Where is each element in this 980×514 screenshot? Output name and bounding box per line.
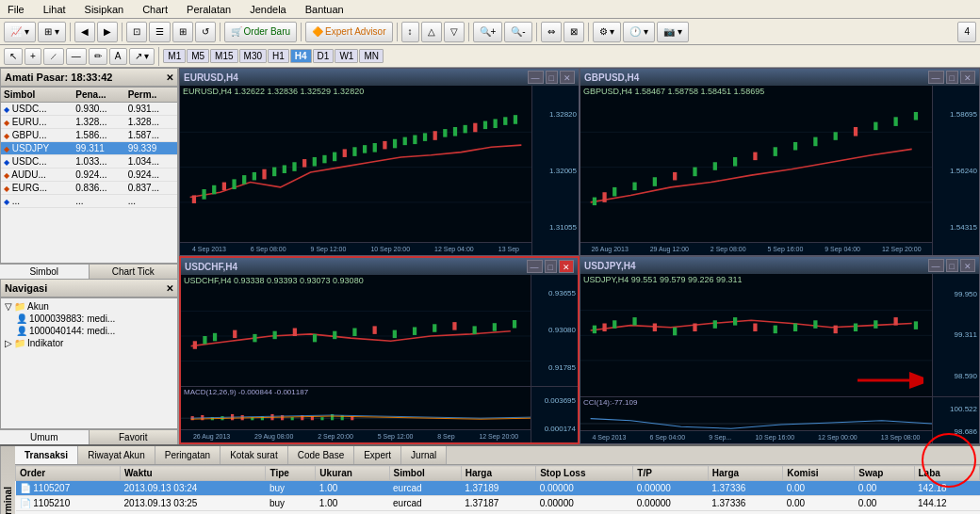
toolbar-number-button[interactable]: 4 (957, 22, 976, 42)
terminal-side-label[interactable]: Terminal (0, 446, 15, 514)
nav-indikator[interactable]: ▷ 📁 Indikator (3, 337, 175, 349)
chart-usdjpy[interactable]: USDJPY,H4 — □ ✕ USDJPY,H4 99.551 99.579 … (580, 256, 980, 444)
nav-akun-root[interactable]: ▽ 📁 Akun (3, 300, 175, 313)
tf-h1[interactable]: H1 (268, 49, 289, 63)
cursor-button[interactable]: ↖ (4, 48, 23, 65)
toolbar-chart-btn1[interactable]: ↕ (401, 22, 419, 42)
tf-w1[interactable]: W1 (335, 49, 358, 63)
expert-advisor-button[interactable]: 🔶 Expert Advisor (305, 22, 392, 42)
chart-gbpusd-close[interactable]: ✕ (960, 71, 975, 84)
tf-m30[interactable]: M30 (239, 49, 267, 63)
toolbar-icons-button[interactable]: ⊡ (126, 22, 147, 42)
tf-d1[interactable]: D1 (313, 49, 335, 63)
mw-row-7[interactable]: ◆ ... ... ... (1, 195, 177, 208)
hline-button[interactable]: — (66, 48, 87, 65)
chart-usdchf-close[interactable]: ✕ (559, 260, 574, 273)
svg-rect-7 (232, 179, 236, 189)
menu-sisipkan[interactable]: Sisipkan (81, 2, 128, 17)
chart-gbpusd-min[interactable]: — (928, 71, 944, 84)
menu-chart[interactable]: Chart (139, 2, 172, 17)
chart-usdchf-max[interactable]: □ (545, 260, 557, 273)
tf-m1[interactable]: M1 (163, 49, 186, 63)
chart-usdchf-min[interactable]: — (527, 260, 543, 273)
text-button[interactable]: A (109, 48, 127, 65)
tf-h4[interactable]: H4 (290, 49, 312, 63)
profiles-button[interactable]: ⊞ ▾ (38, 22, 66, 42)
terminal-row-0[interactable]: 📄 1105207 2013.09.13 03:24 buy 1.00 eurc… (16, 481, 980, 496)
toolbar-period-button[interactable]: ⊠ (564, 22, 584, 42)
menu-file[interactable]: File (4, 2, 28, 17)
zoom-out-button[interactable]: 🔍- (504, 22, 531, 42)
chart-usdjpy-max[interactable]: □ (946, 259, 958, 272)
nav-tab-favorit[interactable]: Favorit (90, 430, 179, 444)
term-tab-expert[interactable]: Expert (354, 446, 401, 464)
chart-usdchf-svg (181, 286, 531, 376)
chart-gbpusd-max[interactable]: □ (946, 71, 958, 84)
chart-eurusd-min[interactable]: — (528, 71, 544, 84)
toolbar-chart-btn2[interactable]: △ (421, 22, 442, 42)
tf-m5[interactable]: M5 (187, 49, 209, 63)
crosshair-button[interactable]: + (24, 48, 41, 65)
term-tab-riwayat[interactable]: Riwayat Akun (78, 446, 155, 464)
zoom-in-button[interactable]: 🔍+ (473, 22, 503, 42)
menu-peralatan[interactable]: Peralatan (183, 2, 235, 17)
term-tab-codebase[interactable]: Code Base (288, 446, 354, 464)
nav-account-2[interactable]: 👤 1000040144: medi... (14, 325, 175, 337)
toolbar-grid-button[interactable]: ⊞ (172, 22, 193, 42)
menu-lihat[interactable]: Lihat (40, 2, 70, 17)
term-tab-peringatan[interactable]: Peringatan (155, 446, 220, 464)
nav-tab-umum[interactable]: Umum (0, 430, 90, 444)
mw-row-1[interactable]: ◆ EURU... 1.328... 1.328... (1, 116, 177, 129)
arrow-button[interactable]: ↗ ▾ (129, 48, 155, 65)
mw-cell-bid-4: 1.033... (73, 155, 124, 169)
tf-m15[interactable]: M15 (210, 49, 237, 63)
menu-bantuan[interactable]: Bantuan (302, 2, 348, 17)
mw-row-6[interactable]: ◆ EURG... 0.836... 0.837... (1, 182, 177, 195)
term-tab-kotak[interactable]: Kotak surat (220, 446, 288, 464)
mw-row-4[interactable]: ◆ USDC... 1.033... 1.034... (1, 155, 177, 169)
mw-cell-bid-2: 1.586... (73, 129, 124, 142)
svg-rect-42 (632, 183, 636, 191)
back-button[interactable]: ◀ (74, 22, 95, 42)
tf-mn[interactable]: MN (359, 49, 384, 63)
market-watch-header: Amati Pasar: 18:33:42 ✕ (0, 68, 178, 87)
market-watch-close[interactable]: ✕ (166, 72, 173, 83)
svg-rect-31 (473, 123, 477, 133)
toolbar-settings-button[interactable]: ⚙ ▾ (593, 22, 622, 42)
toolbar-refresh-button[interactable]: ↺ (195, 22, 216, 42)
chart-eurusd-max[interactable]: □ (546, 71, 558, 84)
toolbar-list-button[interactable]: ☰ (149, 22, 171, 42)
chart-gbpusd[interactable]: GBPUSD,H4 — □ ✕ GBPUSD,H4 1.58467 1.5875… (580, 68, 980, 256)
drawing-button[interactable]: ✏ (89, 48, 107, 65)
toolbar-move-button[interactable]: ⇔ (541, 22, 562, 42)
chart-usdjpy-min[interactable]: — (928, 259, 944, 272)
nav-close[interactable]: ✕ (166, 283, 173, 294)
term-tab-jurnal[interactable]: Jurnal (401, 446, 447, 464)
chart-eurusd[interactable]: EURUSD,H4 — □ ✕ EURUSD,H4 1.32622 1.3283… (179, 68, 580, 256)
order-baru-button[interactable]: 🛒 Order Baru (224, 22, 297, 42)
term-tab-transaksi[interactable]: Transaksi (15, 446, 78, 464)
mw-row-3[interactable]: ◆ USDJPY 99.311 99.339 (1, 142, 177, 155)
toolbar-chart-btn3[interactable]: ▽ (444, 22, 465, 42)
chart-usdchf[interactable]: USDCHF,H4 — □ ✕ USDCHF,H4 0.93338 0.9339… (179, 256, 580, 444)
svg-rect-26 (423, 133, 427, 141)
terminal-row-1[interactable]: 📄 1105210 2013.09.13 03:25 buy 1.00 eurc… (16, 496, 980, 511)
mw-row-0[interactable]: ◆ USDC... 0.930... 0.931... (1, 103, 177, 116)
toolbar-sep-7 (536, 23, 537, 41)
chart-eurusd-close[interactable]: ✕ (560, 71, 575, 84)
chart-usdjpy-close[interactable]: ✕ (960, 259, 975, 272)
time-usdjpy-0: 4 Sep 2013 (593, 434, 627, 441)
forward-button[interactable]: ▶ (97, 22, 118, 42)
price-eurusd-1: 1.32820 (532, 110, 579, 119)
toolbar-clock-button[interactable]: 🕐 ▾ (623, 22, 655, 42)
mw-row-2[interactable]: ◆ GBPU... 1.586... 1.587... (1, 129, 177, 142)
menu-jendela[interactable]: Jendela (246, 2, 290, 17)
mw-tab-charttick[interactable]: Chart Tick (90, 265, 179, 279)
line-button[interactable]: ⟋ (43, 48, 64, 65)
new-chart-button[interactable]: 📈 ▾ (4, 22, 36, 42)
time-usdchf-4: 8 Sep (437, 433, 454, 440)
mw-tab-symbol[interactable]: Simbol (0, 265, 90, 279)
nav-account-1[interactable]: 👤 1000039883: medi... (14, 313, 175, 325)
mw-row-5[interactable]: ◆ AUDU... 0.924... 0.924... (1, 169, 177, 182)
toolbar-camera-button[interactable]: 📷 ▾ (657, 22, 689, 42)
